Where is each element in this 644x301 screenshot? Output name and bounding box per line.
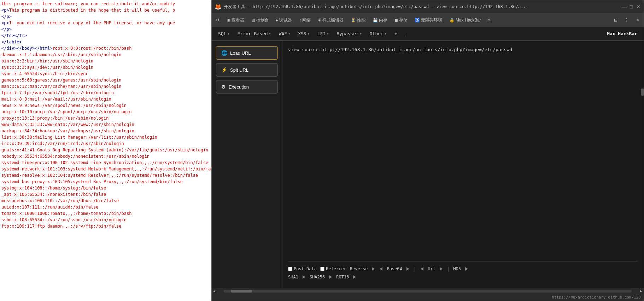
accessibility-icon: ♿ [415,18,420,23]
bypasser-menu[interactable]: Bypasser ▾ [333,30,365,38]
error-based-menu[interactable]: Error Based ▾ [234,30,275,38]
waf-arrow: ▾ [288,32,290,36]
scroll-thumb[interactable] [231,290,252,293]
url-label: Url [428,266,435,271]
chevron-right-icon: » [488,18,491,23]
storage-label: 存储 [399,17,408,23]
debugger-label: 调试器 [279,17,292,23]
hackbar-btn[interactable]: 🔒 Max HackBar [446,16,484,24]
spit-url-btn[interactable]: ⚡ Spit URL [216,63,278,77]
code-line: ftp:x:109:117:ftp daemon,,,:/srv/ftp:/bi… [1,223,210,229]
accessibility-label: 无障碍环境 [421,17,442,23]
reload-btn[interactable]: ↺ [213,16,222,24]
code-line: games:x:5:60:games:/usr/games:/usr/sbin/… [1,77,210,83]
waf-label: WAF [279,31,287,36]
post-data-checkbox[interactable]: Post Data [288,266,317,271]
options-row-1: Post Data Referrer Reverse Base64 | Url [288,266,638,272]
post-data-label: Post Data [294,266,317,271]
lfi-arrow: ▾ [327,32,329,36]
code-line: uuidd:x:107:111::/run/uuidd:/bin/false [1,204,210,210]
code-line: lp:x:7:7:lp:/var/spool/lpd:/usr/sbin/nol… [1,90,210,96]
base64-backward-arrow-icon [421,267,423,271]
inspector-btn[interactable]: ▣ 查看器 [224,16,247,25]
code-line: news:x:9:9:news:/var/spool/news:/usr/sbi… [1,102,210,109]
code-line: systemd-resolve:x:102:104:systemd Resolv… [1,172,210,179]
undock-btn[interactable]: ⊟ [611,16,620,24]
code-line: <p>This program is distributed in the ho… [1,7,210,13]
performance-label: 性能 [357,17,365,23]
minimize-btn[interactable]: — [622,4,627,9]
scroll-right-arrow[interactable]: ▶ [639,289,644,293]
md5-arrow-icon [465,267,468,271]
sidebar-buttons: 🌐 Load URL ⚡ Spit URL ⚙ Execution [212,41,282,288]
rot13-arrow-icon [353,275,356,279]
referrer-input[interactable] [320,267,324,271]
nav-toolbar: ↺ ▣ 查看器 ▨ 控制台 ▸ 调试器 ↕ 网络 ❦ 样式编辑器 ⏳ 性能 💾 … [212,13,644,27]
code-line: nobody:x:65534:65534:nobody:/nonexistent… [1,153,210,159]
settings-btn[interactable]: ⋮ [622,16,632,24]
url-display: view-source:http://192.168.1.86/antibot_… [288,46,638,54]
spit-url-label: Spit URL [230,67,248,73]
style-editor-btn[interactable]: ❦ 样式编辑器 [315,16,346,25]
code-line: </p> [1,13,210,20]
scroll-left-arrow[interactable]: ◀ [212,289,217,293]
storage-icon: ◼ [394,18,398,23]
network-btn[interactable]: ↕ 网络 [296,16,314,25]
execution-label: Execution [229,84,249,90]
other-label: Other [370,31,384,36]
close-btn[interactable]: ✕ [636,4,641,9]
lock-icon: 🔒 [449,18,455,23]
xss-arrow: ▾ [308,32,310,36]
code-line: list:x:38:38:Mailing List Manager:/var/l… [1,134,210,140]
sql-menu[interactable]: SQL ▾ [215,30,233,38]
scroll-track[interactable] [224,290,632,293]
execution-btn[interactable]: ⚙ Execution [216,80,278,94]
horizontal-scrollbar[interactable]: ◀ ▶ [212,288,644,294]
memory-btn[interactable]: 💾 内存 [370,16,390,25]
more-tools-btn[interactable]: » [485,16,493,24]
md5-label: MD5 [453,266,461,271]
inspector-label: 查看器 [232,17,244,23]
network-icon: ↕ [299,18,301,23]
error-based-label: Error Based [238,31,268,36]
debugger-btn[interactable]: ▸ 调试器 [273,16,295,25]
plus-icon: + [394,31,397,36]
load-url-btn[interactable]: 🌐 Load URL [216,46,278,60]
remove-item-btn[interactable]: - [402,30,411,38]
performance-btn[interactable]: ⏳ 性能 [348,16,368,25]
accessibility-btn[interactable]: ♿ 无障碍环境 [412,16,445,25]
title-bar: 🦊 开发者工具 — http://192.168.1.86/antibot_im… [212,0,644,13]
code-line: sys:x:3:3:sys:/dev:/usr/sbin/nologin [1,64,210,71]
post-data-input[interactable] [288,267,292,271]
memory-icon: 💾 [373,18,378,23]
code-line: </p> [1,26,210,32]
add-item-btn[interactable]: + [391,30,401,38]
other-arrow: ▾ [385,32,387,36]
code-line: daemon:x:1:1:daemon:/usr/sbin:/usr/sbin/… [1,52,210,58]
sha256-label: SHA256 [310,275,325,279]
xss-label: XSS [298,31,306,36]
source-code-panel: this program is free software; you can r… [0,0,211,301]
code-line: backup:x:34:34:backup:/var/backups:/usr/… [1,128,210,134]
devtools-close-btn[interactable]: ✕ [633,16,642,24]
storage-btn[interactable]: ◼ 存储 [392,16,410,25]
reverse-backward-arrow-icon [380,267,382,271]
restore-btn[interactable]: □ [629,4,634,9]
style-icon: ❦ [318,18,321,23]
referrer-checkbox[interactable]: Referrer [320,266,346,271]
code-line: tomato:x:1000:1000:Tomato,,,:/home/tomat… [1,210,210,217]
code-line: messagebus:x:106:110::/var/run/dbus:/bin… [1,198,210,204]
code-line: man:x:6:12:man:/var/cache/man:/usr/sbin/… [1,83,210,90]
xss-menu[interactable]: XSS ▾ [294,30,313,38]
minus-icon: - [405,31,408,36]
rot13-label: ROT13 [336,275,349,279]
console-btn[interactable]: ▨ 控制台 [248,16,272,25]
inspector-icon: ▣ [227,18,230,23]
sql-label: SQL [218,31,226,36]
other-menu[interactable]: Other ▾ [366,30,390,38]
lfi-menu[interactable]: LFI ▾ [314,30,333,38]
browser-window: 🦊 开发者工具 — http://192.168.1.86/antibot_im… [211,0,644,301]
waf-menu[interactable]: WAF ▾ [275,30,294,38]
resize-handle[interactable] [641,89,644,96]
style-label: 样式编辑器 [322,17,344,23]
